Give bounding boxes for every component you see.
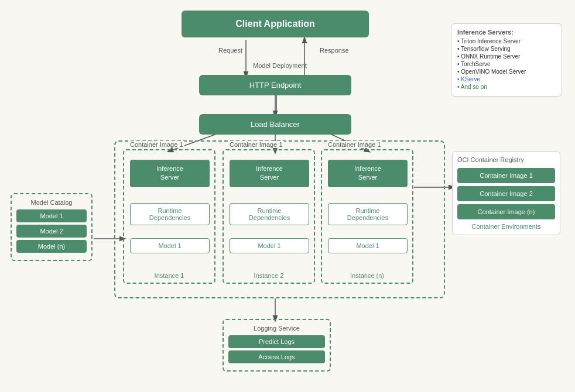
request-label: Request	[218, 47, 242, 54]
runtime-deps-3: RuntimeDependencies	[328, 203, 408, 225]
runtime-deps-1: RuntimeDependencies	[130, 203, 210, 225]
model-box-3: Model 1	[328, 238, 408, 253]
inference-servers-info: Inference Servers: • Triton Inference Se…	[451, 23, 562, 97]
container-box-2: Container Image 1 InferenceServer Runtim…	[223, 149, 315, 284]
container-label-3: Container Image 1	[327, 141, 382, 148]
container-label-1: Container Image 1	[129, 141, 184, 148]
logging-service: Logging Service Predict Logs Access Logs	[223, 319, 331, 372]
model-catalog: Model Catalog Model 1 Model 2 Model (n)	[11, 193, 93, 261]
oci-image-1: Container Image 2	[457, 186, 555, 201]
model-box-1: Model 1	[130, 238, 210, 253]
inference-info-item-0: • Triton Inference Server	[457, 38, 556, 44]
oci-image-2: Container Image (n)	[457, 204, 555, 219]
inference-info-item-4: • OpenVINO Model Server	[457, 68, 556, 75]
runtime-deps-2: RuntimeDependencies	[230, 203, 309, 225]
inference-server-2: InferenceServer	[230, 160, 309, 187]
model-catalog-item-1: Model 2	[16, 225, 87, 238]
client-application-label: Client Application	[235, 19, 314, 29]
response-label: Response	[320, 47, 349, 54]
model-catalog-title: Model Catalog	[16, 199, 87, 206]
oci-registry: OCI Container Registry Container Image 1…	[452, 151, 560, 235]
oci-registry-title: OCI Container Registry	[457, 156, 555, 163]
diagram-container: Client Application Request Response Mode…	[0, 0, 575, 392]
inference-info-item-2: • ONNX Runtime Server	[457, 53, 556, 60]
oci-image-0: Container Image 1	[457, 168, 555, 183]
container-box-3: Container Image 1 InferenceServer Runtim…	[321, 149, 413, 284]
model-box-2: Model 1	[230, 238, 309, 253]
inference-server-1: InferenceServer	[130, 160, 210, 187]
inference-info-item-6: • And so on	[457, 84, 556, 90]
access-logs-btn: Access Logs	[228, 350, 325, 363]
container-label-2: Container Image 1	[228, 141, 284, 148]
instance-label-1: Instance 1	[124, 272, 214, 279]
model-deployment-label: Model Deployment	[253, 62, 307, 69]
predict-logs-btn: Predict Logs	[228, 335, 325, 348]
http-endpoint-box: HTTP Endpoint	[199, 75, 351, 95]
client-application-box: Client Application	[182, 11, 369, 37]
inference-info-item-1: • Tensorflow Serving	[457, 46, 556, 52]
instance-label-2: Instance 2	[224, 272, 314, 279]
inference-info-title: Inference Servers:	[457, 29, 556, 36]
load-balancer-box: Load Balancer	[199, 114, 351, 135]
inference-info-item-5: • KServe	[457, 76, 556, 82]
http-endpoint-label: HTTP Endpoint	[249, 81, 302, 90]
inference-info-item-3: • TorchServe	[457, 61, 556, 67]
model-catalog-item-2: Model (n)	[16, 240, 87, 253]
oci-footer: Container Environments	[457, 223, 555, 230]
load-balancer-label: Load Balancer	[251, 120, 300, 129]
model-catalog-item-0: Model 1	[16, 209, 87, 222]
instance-label-3: Instance (n)	[322, 272, 412, 279]
container-box-1: Container Image 1 InferenceServer Runtim…	[123, 149, 215, 284]
logging-title: Logging Service	[228, 325, 325, 332]
inference-server-3: InferenceServer	[328, 160, 408, 187]
